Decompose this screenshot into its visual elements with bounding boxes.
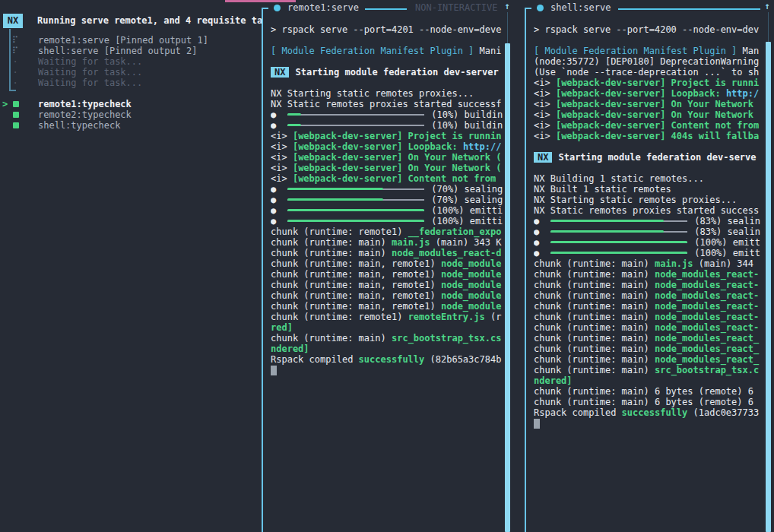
progress-label: (83%) sealin	[689, 226, 760, 237]
text-segment: http:/	[726, 88, 759, 99]
progress-fill	[550, 252, 687, 254]
terminal-line: <i> [webpack-dev-server] On Your Network	[534, 109, 764, 120]
text-segment: <i>	[271, 163, 293, 173]
progress-label: (83%) sealin	[689, 216, 760, 226]
task-status-square-icon	[13, 101, 19, 107]
progress-label: (100%) emitti	[426, 205, 503, 216]
progress-track	[287, 125, 424, 126]
progress-dot-icon: ●	[534, 237, 546, 248]
terminal-cursor	[534, 419, 540, 429]
terminal-line: ● (100%) emitt	[534, 237, 764, 248]
terminal-line	[534, 141, 764, 152]
text-segment: chunk (runtime: main) 6 bytes (remote) 6	[534, 397, 753, 407]
terminal-line: <i> [webpack-dev-server] Project is runn…	[534, 78, 764, 88]
waiting-dot-icon: ·	[10, 67, 21, 78]
progress-bar	[287, 216, 424, 226]
text-segment: node_modules_react_	[655, 344, 759, 354]
terminal-line: [ Module Federation Manifest Plugin ] Ma…	[271, 46, 505, 56]
task-row[interactable]: ⠏shell:serve [Pinned output 2]	[0, 46, 259, 56]
terminal-line: <i> [webpack-dev-server] Content not fro…	[271, 173, 505, 184]
progress-fill	[550, 220, 664, 222]
text-segment: [webpack-dev-server] Loopback:	[556, 88, 726, 99]
progress-label: (70%) sealing	[426, 184, 503, 195]
text-segment: [webpack-dev-server] Content not from	[556, 120, 759, 131]
spinner-icon: ⠏	[10, 46, 21, 56]
terminal-line: chunk (runtime: main) node_modules_react…	[271, 248, 505, 258]
terminal-line: chunk (runtime: main, remote1) node_modu…	[271, 290, 505, 301]
panel-title: shell:serve	[550, 2, 611, 13]
text-segment: [ Module Federation Manifest Plugin ]	[271, 46, 474, 56]
scrollbar-thumb[interactable]	[505, 43, 510, 532]
text-segment: [ Module Federation Manifest Plugin ]	[534, 46, 737, 56]
text-segment: (82b65a3c784b	[424, 354, 501, 365]
terminal-line: <i> [webpack-dev-server] Loopback: http:…	[534, 88, 764, 99]
text-segment: [webpack-dev-server] On Your Network	[556, 99, 753, 109]
text-segment: main.js	[655, 258, 693, 269]
text-segment: <i>	[534, 99, 556, 109]
text-segment: Rspack compiled	[271, 354, 359, 365]
task-row[interactable]: remote2:typecheck	[0, 109, 259, 120]
scroll-up-icon[interactable]: ↑	[502, 1, 512, 11]
progress-fill	[287, 220, 424, 222]
text-segment: chunk (runtime: main)	[534, 290, 655, 301]
task-row[interactable]: >remote1:typecheck	[0, 99, 259, 109]
terminal-line: NX Static remotes proxies started succes…	[534, 205, 764, 216]
badge-text: Starting module federation dev-server	[295, 67, 498, 78]
terminal-line: ndered]	[271, 344, 505, 354]
text-segment: [webpack-dev-server] On Your Network (	[293, 152, 502, 163]
terminal-line: chunk (runtime: main) node_modules_react…	[534, 290, 764, 301]
text-segment: chunk (runtime: main)	[271, 237, 392, 248]
text-segment: chunk (runtime: main, remote1)	[271, 301, 441, 312]
text-segment: <i>	[534, 131, 556, 141]
waiting-dot-icon: ·	[10, 56, 21, 67]
terminal-line: chunk (runtime: main) node_modules_react…	[534, 269, 764, 280]
task-row[interactable]: ⠏remote1:serve [Pinned output 1]	[0, 35, 259, 46]
terminal-line: NX Starting static remotes proxies...	[534, 195, 764, 205]
task-row[interactable]: ·Waiting for task...	[0, 67, 259, 78]
text-segment: src_bootstrap_tsx.c	[655, 365, 759, 375]
terminal-line: chunk (runtime: main) node_modules_react…	[534, 322, 764, 333]
terminal-line: chunk (runtime: remote1) remoteEntry.js …	[271, 312, 505, 322]
progress-bar	[287, 205, 424, 216]
text-segment: [webpack-dev-server] On Your Network (	[293, 163, 502, 173]
task-row[interactable]: ·Waiting for task...	[0, 78, 259, 88]
terminal-line: <i> [webpack-dev-server] 404s will fallb…	[534, 131, 764, 141]
task-row[interactable]: ·Waiting for task...	[0, 56, 259, 67]
terminal-output[interactable]: > rspack serve --port=4200 --node-env=de…	[534, 24, 764, 429]
progress-bar	[287, 120, 424, 131]
terminal-line: <i> [webpack-dev-server] Content not fro…	[534, 120, 764, 131]
progress-label: (70%) sealing	[426, 195, 503, 205]
text-segment: chunk (runtime: main)	[271, 248, 392, 258]
terminal-line: chunk (runtime: main, remote1) node_modu…	[271, 301, 505, 312]
terminal-line	[271, 365, 505, 375]
text-segment: NX Building 1 static remotes...	[534, 173, 704, 184]
text-segment: <i>	[534, 109, 556, 120]
terminal-panel-shell-serve: shell:serve ↑ > rspack serve --port=4200…	[525, 0, 774, 532]
terminal-output[interactable]: > rspack serve --port=4201 --node-env=de…	[271, 24, 505, 375]
nx-logo-badge: NX	[3, 14, 23, 28]
progress-bar	[550, 216, 687, 226]
terminal-line	[271, 35, 505, 46]
scroll-up-icon[interactable]: ↑	[762, 1, 772, 11]
text-segment: node_module	[441, 280, 501, 290]
terminal-line: ● (100%) emitti	[271, 205, 505, 216]
text-segment: chunk (runtime: main, remote1)	[271, 290, 441, 301]
panel-left-border	[262, 8, 263, 532]
text-segment: <i>	[271, 173, 293, 184]
text-segment: chunk (runtime: remote1)	[271, 226, 408, 237]
text-segment: node_module	[441, 269, 501, 280]
scrollbar-thumb[interactable]	[766, 42, 771, 532]
text-segment: chunk (runtime: main, remote1)	[271, 280, 441, 290]
terminal-line: chunk (runtime: main) node_modules_react…	[534, 301, 764, 312]
terminal-line: chunk (runtime: main, remote1) node_modu…	[271, 258, 505, 269]
nx-terminal-ui: NX Running serve remote1, and 4 requisit…	[0, 0, 774, 532]
text-segment: red]	[271, 322, 293, 333]
text-segment: [webpack-dev-server] Content not from	[293, 173, 496, 184]
terminal-line: ● (100%) emitt	[534, 248, 764, 258]
progress-fill	[287, 113, 301, 116]
text-segment: chunk (runtime: main)	[534, 269, 655, 280]
text-segment: node_modules_react-	[655, 301, 759, 312]
nx-inline-badge: NX	[271, 67, 289, 78]
terminal-line: Rspack compiled successfully (1adc0e3773…	[534, 407, 764, 418]
task-row[interactable]: shell:typecheck	[0, 120, 259, 131]
